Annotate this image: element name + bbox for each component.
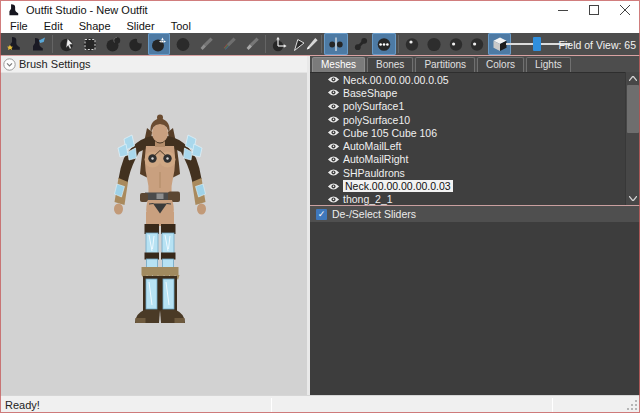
- visibility-eye-icon[interactable]: [327, 88, 340, 97]
- x-mirror-toggle[interactable]: [324, 33, 348, 55]
- connected-only-toggle[interactable]: [350, 33, 372, 55]
- mesh-name: polySurface10: [343, 114, 410, 126]
- menu-item[interactable]: Slider: [119, 20, 163, 33]
- scroll-up-button[interactable]: [626, 72, 640, 85]
- visibility-eye-icon[interactable]: [327, 155, 340, 164]
- three-dots-sphere-icon: [376, 36, 392, 52]
- inflate-brush-button[interactable]: [102, 33, 124, 55]
- close-icon: [620, 5, 630, 15]
- mesh-list-item[interactable]: polySurface10: [310, 113, 640, 126]
- erase-paint-brush-button[interactable]: [241, 33, 263, 55]
- window-title: Outfit Studio - New Outfit: [26, 4, 148, 16]
- transform-tool-button[interactable]: [268, 33, 290, 55]
- mesh-list-item[interactable]: Cube 105 Cube 106: [310, 126, 640, 139]
- tab-item[interactable]: Bones: [367, 57, 413, 72]
- mesh-list-item[interactable]: AutoMailLeft: [310, 139, 640, 152]
- menu-item[interactable]: Tool: [163, 20, 199, 33]
- save-project-icon: [30, 36, 46, 52]
- move-brush-icon: [151, 36, 167, 52]
- sphere-dot-icon: [469, 36, 485, 52]
- maximize-button[interactable]: [578, 0, 609, 20]
- arrow-up-icon: [629, 76, 637, 81]
- character-model: [95, 112, 225, 342]
- select-tool-icon: [59, 36, 75, 52]
- status-text: Ready!: [5, 399, 40, 411]
- visibility-eye-icon[interactable]: [327, 142, 340, 151]
- tab-item[interactable]: Partitions: [415, 57, 475, 72]
- tab-item[interactable]: Colors: [477, 57, 524, 72]
- move-brush-button[interactable]: [148, 33, 170, 55]
- deflate-brush-button[interactable]: [125, 33, 147, 55]
- app-logo-icon: [7, 3, 20, 17]
- mesh-name: BaseShape: [343, 87, 397, 99]
- transform-tool-icon: [271, 36, 287, 52]
- x-mirror-icon: [328, 36, 344, 52]
- brush-falloff-sphere-4-button[interactable]: [466, 33, 487, 55]
- mesh-name: Neck.00.00.00.00.0.03: [343, 180, 453, 192]
- maximize-icon: [589, 5, 599, 15]
- mesh-list-item[interactable]: BaseShape: [310, 86, 640, 99]
- load-project-button[interactable]: [3, 33, 25, 55]
- title-bar[interactable]: Outfit Studio - New Outfit: [0, 0, 640, 20]
- inflate-brush-icon: [105, 36, 121, 52]
- mesh-list-item[interactable]: Neck.00.00.00.00.0.05: [310, 73, 640, 86]
- smooth-brush-button[interactable]: [172, 33, 194, 55]
- visibility-eye-icon[interactable]: [327, 102, 340, 111]
- global-brush-collision-toggle[interactable]: [372, 33, 396, 55]
- minimize-button[interactable]: [547, 0, 578, 20]
- resize-grip-icon[interactable]: [626, 399, 638, 411]
- mesh-list-item[interactable]: AutoMailRight: [310, 153, 640, 166]
- paint-brush-button[interactable]: [195, 33, 217, 55]
- tab-item[interactable]: Meshes: [312, 57, 365, 72]
- tab-item[interactable]: Lights: [526, 57, 571, 72]
- mesh-list-item[interactable]: thong_2_1: [310, 193, 640, 205]
- vertex-edit-button[interactable]: [303, 33, 320, 55]
- slider-thumb[interactable]: [533, 37, 541, 51]
- erase-paint-brush-icon: [244, 36, 260, 52]
- mesh-name: SHPauldrons: [343, 167, 405, 179]
- color-paint-brush-button[interactable]: [218, 33, 240, 55]
- visibility-eye-icon[interactable]: [327, 195, 340, 204]
- scroll-down-button[interactable]: [626, 192, 640, 205]
- menu-item[interactable]: Shape: [71, 20, 119, 33]
- menu-item[interactable]: File: [2, 20, 36, 33]
- deselect-sliders-checkbox[interactable]: ✓: [316, 209, 327, 220]
- scrollbar-thumb[interactable]: [627, 85, 639, 133]
- toolbar-separator: [321, 35, 322, 53]
- brush-falloff-sphere-3-button[interactable]: [445, 33, 466, 55]
- sliders-panel[interactable]: [310, 222, 640, 395]
- brush-settings-collapsible[interactable]: Brush Settings: [0, 56, 307, 73]
- visibility-eye-icon[interactable]: [327, 75, 340, 84]
- slider-section-header: ✓ De-/Select Sliders: [310, 205, 640, 222]
- mesh-name: polySurface1: [343, 100, 404, 112]
- collapse-chevron-icon[interactable]: [3, 58, 16, 71]
- close-button[interactable]: [609, 0, 640, 20]
- toolbar: Field of View: 65: [0, 33, 640, 56]
- save-project-button[interactable]: [27, 33, 49, 55]
- status-bar: Ready!: [0, 395, 640, 413]
- select-tool-button[interactable]: [56, 33, 78, 55]
- brush-falloff-sphere-2-button[interactable]: [423, 33, 444, 55]
- panel-tabs: MeshesBonesPartitionsColorsLights: [310, 56, 640, 72]
- main-content: Brush Settings: [0, 56, 640, 395]
- visibility-eye-icon[interactable]: [327, 168, 340, 177]
- minimize-icon: [558, 5, 568, 15]
- statusbar-separator: [552, 398, 553, 412]
- mesh-list-scrollbar[interactable]: [625, 72, 639, 205]
- visibility-eye-icon[interactable]: [327, 128, 340, 137]
- right-panel: MeshesBonesPartitionsColorsLights Neck.0…: [310, 56, 640, 395]
- mesh-list[interactable]: Neck.00.00.00.00.0.05 BaseShape: [310, 72, 640, 205]
- brush-falloff-sphere-1-button[interactable]: [401, 33, 422, 55]
- viewport-3d[interactable]: [0, 73, 307, 395]
- mesh-list-item[interactable]: SHPauldrons: [310, 166, 640, 179]
- mask-brush-button[interactable]: [79, 33, 101, 55]
- load-project-icon: [6, 36, 22, 52]
- outfit-studio-window: Outfit Studio - New Outfit FileEditShape…: [0, 0, 640, 413]
- mesh-list-item[interactable]: Neck.00.00.00.00.0.03: [310, 179, 640, 192]
- visibility-eye-icon[interactable]: [327, 115, 340, 124]
- mesh-list-item[interactable]: polySurface1: [310, 100, 640, 113]
- color-paint-brush-icon: [221, 36, 237, 52]
- visibility-eye-icon[interactable]: [327, 182, 340, 191]
- deflate-brush-icon: [128, 36, 144, 52]
- menu-item[interactable]: Edit: [36, 20, 71, 33]
